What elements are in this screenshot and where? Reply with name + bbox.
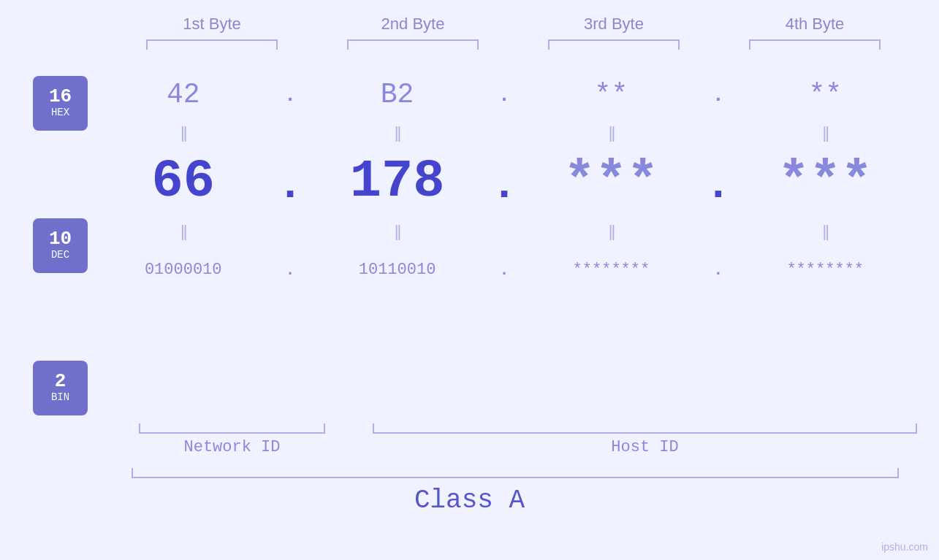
bracket4 [742, 39, 888, 54]
dec-b2: 178 [324, 152, 471, 212]
dec-dot2: . [486, 157, 522, 207]
equals-row2: || || || || [102, 218, 906, 244]
eq1-b4: || [752, 123, 898, 142]
host-id-label: Host ID [369, 438, 921, 456]
bin-dot1: . [272, 260, 308, 279]
bin-badge-label: BIN [51, 391, 69, 405]
bin-row: 01000010 . 10110010 . ******** . [102, 244, 906, 295]
byte1-header: 1st Byte [139, 15, 285, 34]
dec-b1: 66 [110, 152, 256, 212]
equals-row1: || || || || [102, 120, 906, 145]
hex-b4: ** [752, 79, 898, 110]
eq1-b3: || [538, 123, 684, 142]
top-brackets [112, 39, 916, 54]
bin-b1: 01000010 [110, 261, 256, 279]
main-container: 1st Byte 2nd Byte 3rd Byte 4th Byte 16 H… [0, 0, 939, 560]
byte4-header: 4th Byte [742, 15, 888, 34]
bracket2 [340, 39, 486, 54]
eq2-b4: || [752, 222, 898, 241]
class-label: Class A [0, 486, 939, 515]
network-bracket [135, 419, 329, 434]
hex-badge: 16 HEX [33, 76, 88, 131]
bin-badge: 2 BIN [33, 361, 88, 415]
hex-badge-label: HEX [51, 106, 69, 120]
byte3-header: 3rd Byte [541, 15, 687, 34]
hex-b1: 42 [110, 79, 256, 110]
values-grid: 42 . B2 . ** . ** [102, 69, 906, 295]
eq2-b3: || [538, 222, 684, 241]
bottom-brackets [135, 419, 921, 434]
bin-dot2: . [486, 260, 522, 279]
hex-row: 42 . B2 . ** . ** [102, 69, 906, 120]
id-labels: Network ID Host ID [135, 434, 921, 456]
dec-b4: *** [752, 152, 898, 212]
bracket3 [541, 39, 687, 54]
hex-badge-number: 16 [49, 87, 72, 106]
host-bracket [369, 419, 921, 434]
badges-column: 16 HEX 10 DEC 2 BIN [33, 76, 88, 415]
eq1-b1: || [110, 123, 256, 142]
bin-b2: 10110010 [324, 261, 471, 279]
dec-badge-label: DEC [51, 248, 69, 263]
watermark: ipshu.com [881, 541, 928, 553]
dec-dot3: . [700, 157, 737, 207]
hex-dot1: . [272, 83, 308, 106]
dec-dot1: . [272, 157, 308, 207]
hex-dot3: . [700, 83, 737, 106]
bracket1 [139, 39, 285, 54]
network-id-label: Network ID [135, 438, 329, 456]
dec-b3: *** [538, 152, 684, 212]
hex-b3: ** [538, 79, 684, 110]
eq2-b1: || [110, 222, 256, 241]
bin-b3: ******** [538, 261, 684, 279]
main-content: 16 HEX 10 DEC 2 BIN 42 . [0, 69, 939, 415]
byte2-header: 2nd Byte [340, 15, 486, 34]
bin-badge-number: 2 [55, 372, 66, 391]
eq1-b2: || [324, 123, 471, 142]
class-bracket [128, 464, 902, 478]
dec-row: 66 . 178 . *** . *** [102, 145, 906, 218]
byte-headers: 1st Byte 2nd Byte 3rd Byte 4th Byte [112, 15, 916, 34]
bin-b4: ******** [752, 261, 898, 279]
hex-b2: B2 [324, 79, 471, 110]
bin-dot3: . [700, 260, 737, 279]
eq2-b2: || [324, 222, 471, 241]
hex-dot2: . [486, 83, 522, 106]
dec-badge-number: 10 [49, 229, 72, 248]
dec-badge: 10 DEC [33, 218, 88, 273]
